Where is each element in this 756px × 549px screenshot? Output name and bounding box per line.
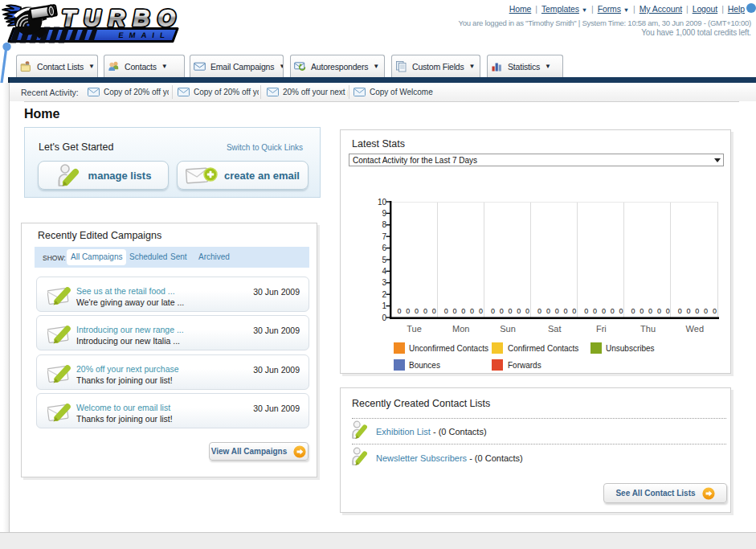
- svg-text:0: 0: [461, 307, 465, 315]
- svg-text:0: 0: [648, 307, 652, 315]
- svg-text:0: 0: [564, 307, 568, 315]
- svg-text:0: 0: [509, 307, 513, 315]
- svg-text:0: 0: [525, 307, 529, 315]
- svg-text:0: 0: [678, 307, 682, 315]
- svg-text:0: 0: [432, 307, 436, 315]
- svg-text:0: 0: [555, 307, 559, 315]
- svg-text:0: 0: [470, 307, 474, 315]
- svg-text:0: 0: [611, 307, 615, 315]
- svg-text:10: 10: [378, 198, 387, 207]
- svg-text:Sat: Sat: [548, 324, 562, 334]
- svg-text:0: 0: [398, 307, 402, 315]
- svg-text:Forwards: Forwards: [508, 361, 541, 370]
- svg-text:0: 0: [713, 307, 717, 315]
- svg-text:0: 0: [517, 307, 521, 315]
- svg-text:Mon: Mon: [452, 324, 469, 334]
- svg-text:Tue: Tue: [407, 324, 422, 334]
- svg-text:0: 0: [631, 307, 635, 315]
- svg-text:0: 0: [695, 307, 699, 315]
- svg-text:0: 0: [640, 307, 644, 315]
- svg-text:0: 0: [584, 307, 588, 315]
- svg-text:0: 0: [423, 307, 427, 315]
- svg-text:Fri: Fri: [596, 324, 607, 334]
- svg-text:0: 0: [479, 307, 483, 315]
- svg-text:0: 0: [500, 307, 504, 315]
- svg-text:0: 0: [415, 307, 419, 315]
- svg-text:TURBO: TURBO: [62, 6, 175, 31]
- svg-text:Thu: Thu: [640, 324, 656, 334]
- svg-text:EMAIL: EMAIL: [118, 31, 171, 40]
- svg-text:0: 0: [572, 307, 576, 315]
- svg-text:Bounces: Bounces: [409, 361, 440, 370]
- svg-text:0: 0: [444, 307, 448, 315]
- svg-text:0: 0: [546, 307, 550, 315]
- svg-text:0: 0: [687, 307, 691, 315]
- svg-text:Sun: Sun: [500, 324, 516, 334]
- svg-text:Confirmed Contacts: Confirmed Contacts: [508, 344, 578, 353]
- svg-text:0: 0: [453, 307, 457, 315]
- svg-text:0: 0: [657, 307, 661, 315]
- svg-text:0: 0: [406, 307, 410, 315]
- svg-text:0: 0: [666, 307, 670, 315]
- svg-text:Wed: Wed: [686, 324, 704, 334]
- svg-text:0: 0: [537, 307, 541, 315]
- svg-text:0: 0: [704, 307, 708, 315]
- svg-text:Unsubscribes: Unsubscribes: [606, 344, 655, 353]
- svg-text:Unconfirmed Contacts: Unconfirmed Contacts: [409, 344, 488, 353]
- svg-text:0: 0: [602, 307, 606, 315]
- svg-text:0: 0: [593, 307, 597, 315]
- svg-text:0: 0: [491, 307, 495, 315]
- svg-text:0: 0: [619, 307, 623, 315]
